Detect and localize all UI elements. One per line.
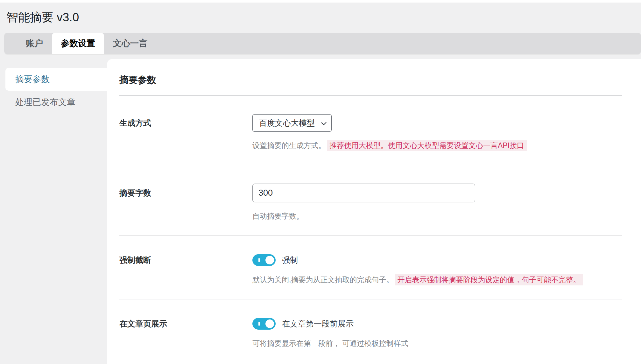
field-description: 自动摘要字数。	[252, 211, 622, 221]
toggle-knob	[265, 256, 274, 264]
tab-account[interactable]: 账户	[17, 33, 52, 54]
summary-length-input[interactable]	[252, 184, 475, 202]
field-description: 可将摘要显示在第一段前， 可通过模板控制样式	[252, 338, 622, 349]
main-panel: 摘要参数 生成方式 百度文心大模型 设置摘要的生成方式。推荐使用大模型。使用文心…	[107, 59, 641, 364]
description-text: 默认为关闭,摘要为从正文抽取的完成句子。	[252, 276, 393, 284]
field-control: 强制 默认为关闭,摘要为从正文抽取的完成句子。开启表示强制将摘要阶段为设定的值，…	[252, 254, 622, 285]
description-warning: 推荐使用大模型。使用文心大模型需要设置文心一言API接口	[327, 140, 527, 151]
toggle-line: 强制	[252, 254, 622, 266]
chevron-down-icon	[321, 120, 327, 125]
sidebar: 摘要参数 处理已发布文章	[0, 59, 107, 364]
field-row-show-on-post: 在文章页展示 在文章第一段前展示 可将摘要显示在第一段前， 可通过模板控制样式	[119, 299, 622, 363]
page-title: 智能摘要 v3.0	[0, 3, 641, 33]
sidebar-item-process-published[interactable]: 处理已发布文章	[0, 91, 107, 114]
force-truncate-toggle[interactable]	[252, 254, 276, 266]
tab-bar: 账户 参数设置 文心一言	[4, 33, 641, 54]
sidebar-item-summary-params[interactable]: 摘要参数	[5, 68, 107, 91]
toggle-knob	[265, 319, 274, 328]
field-control: 在文章第一段前展示 可将摘要显示在第一段前， 可通过模板控制样式	[252, 318, 622, 349]
select-value: 百度文心大模型	[259, 118, 315, 128]
field-row-summary-length: 摘要字数 自动摘要字数。	[119, 165, 622, 236]
field-row-force-truncate: 强制截断 强制 默认为关闭,摘要为从正文抽取的完成句子。开启表示强制将摘要阶段为…	[119, 236, 622, 299]
toggle-label: 强制	[282, 255, 298, 265]
top-strip	[0, 0, 641, 3]
content-layout: 摘要参数 处理已发布文章 摘要参数 生成方式 百度文心大模型 设置摘要的生成方式…	[0, 59, 641, 364]
field-description: 默认为关闭,摘要为从正文抽取的完成句子。开启表示强制将摘要阶段为设定的值，句子可…	[252, 274, 622, 285]
field-description: 设置摘要的生成方式。推荐使用大模型。使用文心大模型需要设置文心一言API接口	[252, 140, 622, 151]
toggle-label: 在文章第一段前展示	[282, 318, 354, 329]
generation-method-select[interactable]: 百度文心大模型	[252, 114, 332, 132]
field-control: 百度文心大模型 设置摘要的生成方式。推荐使用大模型。使用文心大模型需要设置文心一…	[252, 114, 622, 151]
field-control: 自动摘要字数。	[252, 184, 622, 221]
description-warning: 开启表示强制将摘要阶段为设定的值，句子可能不完整。	[395, 274, 583, 285]
field-label: 强制截断	[119, 254, 252, 266]
field-label: 在文章页展示	[119, 318, 252, 330]
description-text: 可将摘要显示在第一段前， 可通过模板控制样式	[252, 339, 408, 347]
section-heading: 摘要参数	[119, 74, 622, 86]
field-row-generation-method: 生成方式 百度文心大模型 设置摘要的生成方式。推荐使用大模型。使用文心大模型需要…	[119, 96, 622, 165]
field-label: 摘要字数	[119, 184, 252, 202]
description-text: 设置摘要的生成方式。	[252, 141, 326, 150]
tab-settings[interactable]: 参数设置	[52, 33, 104, 54]
toggle-on-mark	[258, 258, 260, 262]
show-on-post-toggle[interactable]	[252, 318, 276, 330]
toggle-on-mark	[258, 322, 260, 326]
field-label: 生成方式	[119, 114, 252, 132]
toggle-line: 在文章第一段前展示	[252, 318, 622, 330]
description-text: 自动摘要字数。	[252, 212, 304, 220]
tab-wenxin[interactable]: 文心一言	[104, 33, 156, 54]
